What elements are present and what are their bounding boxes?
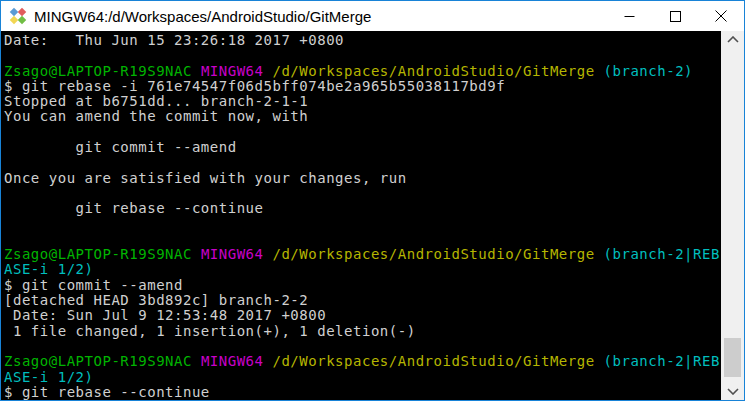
- terminal-text-segment: You can amend the commit now, with: [4, 108, 308, 124]
- terminal-line: [4, 339, 721, 354]
- terminal-text-segment: Once you are satisfied with your changes…: [4, 170, 407, 186]
- titlebar[interactable]: MINGW64:/d/Workspaces/AndroidStudio/GitM…: [1, 1, 744, 31]
- scrollbar-thumb[interactable]: [724, 338, 741, 377]
- terminal-body: Date: Thu Jun 15 23:26:18 2017 +0800Zsag…: [1, 31, 744, 400]
- terminal-line: 1 file changed, 1 insertion(+), 1 deleti…: [4, 324, 721, 339]
- terminal-line: Zsago@LAPTOP-R19S9NAC MINGW64 /d/Workspa…: [4, 64, 721, 79]
- terminal-text-segment: ASE-i 1/2): [4, 261, 94, 277]
- minimize-icon: [624, 11, 635, 22]
- terminal-text-segment: /d/Workspaces/AndroidStudio/GitMerge: [272, 353, 603, 369]
- terminal-text-segment: (branch-2): [604, 63, 694, 79]
- terminal-line: [4, 232, 721, 247]
- minimize-button[interactable]: [606, 1, 652, 31]
- terminal-text-segment: Date: Thu Jun 15 23:26:18 2017 +0800: [4, 32, 344, 48]
- terminal-text-segment: $ git commit --amend: [4, 277, 183, 293]
- caption-buttons: [606, 1, 744, 31]
- terminal-line: git commit --amend: [4, 140, 721, 155]
- maximize-button[interactable]: [652, 1, 698, 31]
- terminal-line: [4, 186, 721, 201]
- close-icon: [715, 10, 727, 22]
- terminal-line: [4, 125, 721, 140]
- window-title: MINGW64:/d/Workspaces/AndroidStudio/GitM…: [34, 8, 606, 25]
- terminal-line: ASE-i 1/2): [4, 262, 721, 277]
- terminal-line: Zsago@LAPTOP-R19S9NAC MINGW64 /d/Workspa…: [4, 247, 721, 262]
- terminal-text-segment: ASE-i 1/2): [4, 369, 94, 385]
- terminal-line: $ git rebase -i 761e74547f06d5bff074be2a…: [4, 79, 721, 94]
- terminal-text-segment: git commit --amend: [4, 139, 237, 155]
- terminal-line: $ git rebase --continue: [4, 385, 721, 400]
- terminal-line: ASE-i 1/2): [4, 370, 721, 385]
- terminal-line: Date: Sun Jul 9 12:53:48 2017 +0800: [4, 308, 721, 323]
- terminal-text-segment: git rebase --continue: [4, 200, 264, 216]
- terminal-text-segment: $ git rebase --continue: [4, 384, 210, 400]
- terminal-text-segment: $ git rebase -i 761e74547f06d5bff074be2a…: [4, 78, 505, 94]
- terminal-line: You can amend the commit now, with: [4, 109, 721, 124]
- terminal-window: MINGW64:/d/Workspaces/AndroidStudio/GitM…: [0, 0, 745, 401]
- terminal-text-segment: MINGW64: [201, 353, 273, 369]
- scrollbar-down-button[interactable]: [721, 383, 744, 400]
- terminal-line: [4, 217, 721, 232]
- terminal-text-segment: MINGW64: [201, 63, 273, 79]
- terminal-line: Zsago@LAPTOP-R19S9NAC MINGW64 /d/Workspa…: [4, 354, 721, 369]
- scrollbar[interactable]: [721, 31, 744, 400]
- maximize-icon: [670, 11, 681, 22]
- terminal-text-segment: (branch-2|REB: [604, 246, 720, 262]
- terminal-line: $ git commit --amend: [4, 278, 721, 293]
- terminal-line: Stopped at b6751dd... branch-2-1-1: [4, 94, 721, 109]
- terminal-text-segment: (branch-2|REB: [604, 353, 720, 369]
- msys-app-icon: [9, 7, 27, 25]
- terminal-text-segment: Stopped at b6751dd... branch-2-1-1: [4, 93, 308, 109]
- terminal-text-segment: MINGW64: [201, 246, 273, 262]
- terminal-line: Once you are satisfied with your changes…: [4, 171, 721, 186]
- terminal-text-segment: Date: Sun Jul 9 12:53:48 2017 +0800: [4, 307, 326, 323]
- terminal-text-segment: /d/Workspaces/AndroidStudio/GitMerge: [272, 63, 603, 79]
- terminal-output[interactable]: Date: Thu Jun 15 23:26:18 2017 +0800Zsag…: [1, 31, 721, 400]
- terminal-text-segment: Zsago@LAPTOP-R19S9NAC: [4, 353, 201, 369]
- terminal-line: [4, 155, 721, 170]
- chevron-up-icon: [727, 36, 739, 43]
- close-button[interactable]: [698, 1, 744, 31]
- scrollbar-up-button[interactable]: [721, 31, 744, 48]
- terminal-text-segment: 1 file changed, 1 insertion(+), 1 deleti…: [4, 323, 416, 339]
- terminal-line: Date: Thu Jun 15 23:26:18 2017 +0800: [4, 33, 721, 48]
- chevron-down-icon: [727, 388, 739, 395]
- terminal-line: git rebase --continue: [4, 201, 721, 216]
- scrollbar-track[interactable]: [721, 48, 744, 383]
- terminal-text-segment: /d/Workspaces/AndroidStudio/GitMerge: [272, 246, 603, 262]
- terminal-line: [detached HEAD 3bd892c] branch-2-2: [4, 293, 721, 308]
- terminal-text-segment: Zsago@LAPTOP-R19S9NAC: [4, 246, 201, 262]
- terminal-text-segment: Zsago@LAPTOP-R19S9NAC: [4, 63, 201, 79]
- terminal-text-segment: [detached HEAD 3bd892c] branch-2-2: [4, 292, 308, 308]
- terminal-line: [4, 48, 721, 63]
